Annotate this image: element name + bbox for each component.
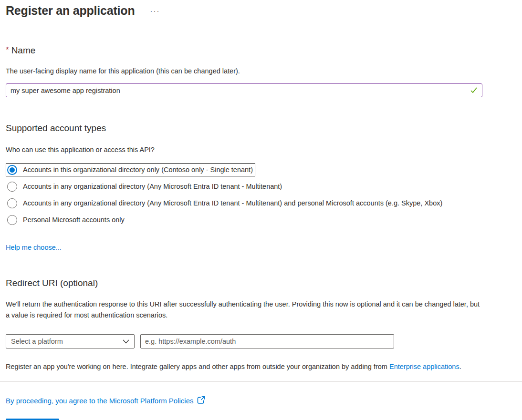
- name-section: *Name The user-facing display name for t…: [6, 45, 516, 97]
- enterprise-applications-link[interactable]: Enterprise applications: [389, 363, 459, 370]
- redirect-uri-controls: Select a platform: [6, 334, 516, 348]
- platform-select-value: Select a platform: [11, 338, 63, 345]
- name-input[interactable]: [6, 83, 482, 97]
- radio-option-label: Accounts in any organizational directory…: [23, 181, 282, 192]
- register-application-page: Register an application ··· *Name The us…: [0, 0, 522, 420]
- chevron-down-icon: [123, 338, 129, 345]
- name-label-text: Name: [11, 45, 36, 55]
- radio-selected-icon[interactable]: [7, 165, 17, 175]
- radio-option-label: Accounts in any organizational directory…: [23, 198, 442, 208]
- note-suffix: .: [459, 363, 461, 370]
- name-label: *Name: [6, 45, 516, 56]
- radio-unselected-icon[interactable]: [7, 215, 17, 225]
- redirect-uri-heading: Redirect URI (optional): [6, 278, 516, 288]
- radio-option-label: Personal Microsoft accounts only: [23, 215, 125, 225]
- radio-option-multitenant-personal[interactable]: Accounts in any organizational directory…: [6, 196, 445, 210]
- name-input-wrapper: [6, 83, 482, 97]
- radio-option-personal-only[interactable]: Personal Microsoft accounts only: [6, 213, 127, 226]
- required-asterisk: *: [6, 45, 9, 54]
- radio-option-label: Accounts in this organizational director…: [23, 164, 253, 175]
- radio-option-multitenant[interactable]: Accounts in any organizational directory…: [6, 180, 284, 193]
- checkmark-icon: [470, 86, 478, 96]
- policy-row: By proceeding, you agree to the Microsof…: [6, 396, 516, 406]
- radio-option-single-tenant[interactable]: Accounts in this organizational director…: [6, 163, 255, 176]
- account-types-radio-group: Accounts in this organizational director…: [6, 163, 516, 226]
- more-options-ellipsis-button[interactable]: ···: [149, 5, 161, 16]
- section-divider: [0, 381, 522, 382]
- page-header: Register an application ···: [6, 4, 516, 18]
- platform-select[interactable]: Select a platform: [6, 334, 135, 348]
- page-title: Register an application: [6, 4, 135, 18]
- name-description: The user-facing display name for this ap…: [6, 66, 516, 76]
- note-prefix: Register an app you're working on here. …: [6, 363, 389, 370]
- redirect-uri-input[interactable]: [140, 334, 394, 348]
- radio-unselected-icon[interactable]: [7, 182, 17, 192]
- account-types-heading: Supported account types: [6, 123, 516, 133]
- external-link-icon: [197, 396, 206, 406]
- account-types-question: Who can use this application or access t…: [6, 145, 516, 155]
- platform-policies-link[interactable]: By proceeding, you agree to the Microsof…: [6, 397, 194, 405]
- supported-account-types-section: Supported account types Who can use this…: [6, 123, 516, 251]
- redirect-uri-description: We'll return the authentication response…: [6, 299, 483, 321]
- radio-unselected-icon[interactable]: [7, 198, 17, 208]
- help-me-choose-link[interactable]: Help me choose...: [6, 244, 62, 251]
- enterprise-apps-note: Register an app you're working on here. …: [6, 363, 516, 370]
- redirect-uri-section: Redirect URI (optional) We'll return the…: [6, 278, 516, 370]
